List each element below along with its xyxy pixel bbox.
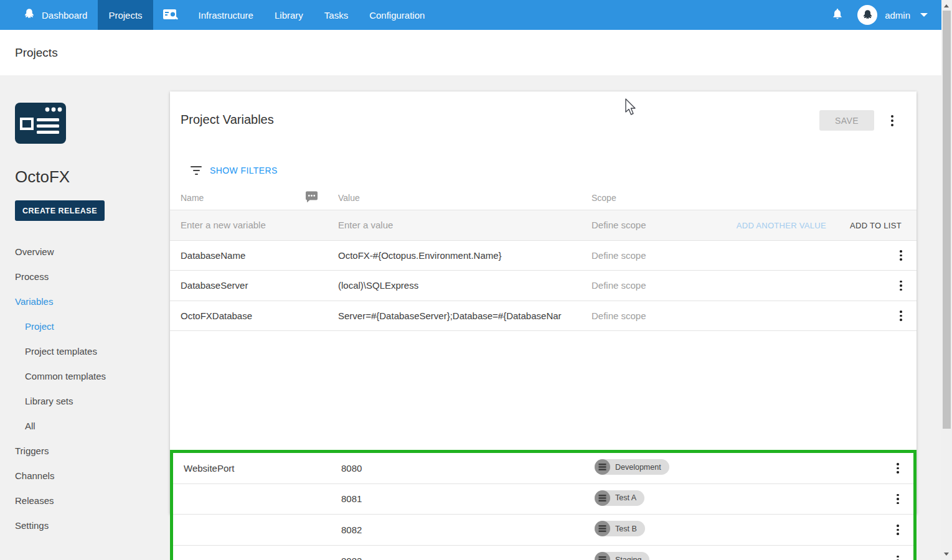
nav-item-projects[interactable]: Projects	[98, 0, 153, 30]
document-search-icon	[163, 7, 179, 24]
environment-chip[interactable]: Staging	[595, 552, 649, 560]
variable-name-cell[interactable]: DatabaseName	[170, 250, 338, 261]
row-overflow-menu-button[interactable]	[894, 247, 908, 263]
variable-scope-cell[interactable]: Test B	[595, 521, 913, 538]
nav-label-configuration: Configuration	[369, 10, 425, 21]
sidebar-item-common-templates[interactable]: Common templates	[15, 364, 170, 389]
variable-scope-cell[interactable]: Define scope	[591, 280, 917, 291]
variable-scope-cell[interactable]: Define scope	[591, 250, 917, 261]
variable-value-cell[interactable]: Server=#{DatabaseServer};Database=#{Data…	[338, 310, 591, 321]
nav-item-dashboard[interactable]: Dashboard	[22, 0, 98, 30]
card-overflow-menu-button[interactable]	[885, 112, 899, 129]
scrollbar-thumb[interactable]	[943, 11, 951, 429]
project-logo-icon	[15, 103, 170, 146]
environment-chip[interactable]: Development	[595, 459, 669, 475]
nav-label-projects: Projects	[108, 10, 142, 21]
octopus-logo-icon	[22, 7, 36, 23]
table-header-row: Name Value Scope	[170, 185, 917, 210]
variable-value-cell[interactable]: 8082	[341, 525, 595, 535]
nav-item-library[interactable]: Library	[264, 0, 314, 30]
save-button[interactable]: SAVE	[819, 110, 874, 131]
variable-row: 8082 Test B	[173, 515, 913, 546]
column-header-name: Name	[170, 193, 338, 203]
filter-icon	[191, 166, 202, 175]
project-sidebar: OctoFX CREATE RELEASE Overview Process V…	[0, 75, 170, 538]
variable-scope-cell[interactable]: Test A	[595, 490, 913, 508]
sidebar-item-overview[interactable]: Overview	[15, 240, 170, 264]
row-overflow-menu-button[interactable]	[891, 553, 905, 560]
new-variable-row: Enter a new variable Enter a value Defin…	[170, 210, 917, 241]
show-filters-toggle[interactable]: SHOW FILTERS	[191, 166, 278, 175]
row-overflow-menu-button[interactable]	[894, 308, 908, 324]
environment-icon	[595, 490, 610, 506]
project-name: OctoFX	[15, 167, 170, 187]
vertical-scrollbar[interactable]	[941, 0, 952, 560]
row-overflow-menu-button[interactable]	[894, 278, 908, 294]
sidebar-item-project[interactable]: Project	[15, 314, 170, 339]
nav-item-tasks[interactable]: Tasks	[314, 0, 359, 30]
add-another-value-button[interactable]: ADD ANOTHER VALUE	[737, 220, 826, 230]
sidebar-nav: Overview Process Variables Project Proje…	[15, 240, 170, 538]
nav-item-configuration[interactable]: Configuration	[359, 0, 435, 30]
sidebar-item-all[interactable]: All	[15, 414, 170, 439]
show-filters-label: SHOW FILTERS	[210, 166, 278, 175]
variable-scope-cell[interactable]: Development	[595, 459, 913, 477]
variable-name-cell[interactable]: OctoFXDatabase	[170, 310, 338, 321]
notifications-bell-icon[interactable]	[831, 7, 844, 23]
scrollbar-up-arrow-icon[interactable]	[944, 4, 949, 7]
user-avatar	[857, 5, 877, 25]
variable-name-cell[interactable]: DatabaseServer	[170, 280, 338, 291]
variable-value-cell[interactable]: OctoFX-#{Octopus.Environment.Name}	[338, 250, 591, 261]
nav-label-dashboard: Dashboard	[42, 10, 87, 21]
user-menu[interactable]: admin	[857, 5, 928, 25]
sidebar-item-library-sets[interactable]: Library sets	[15, 389, 170, 414]
variable-scope-cell[interactable]: Define scope	[591, 310, 917, 321]
environment-chip-label: Test B	[615, 525, 637, 533]
new-variable-name-input[interactable]: Enter a new variable	[170, 220, 338, 230]
environment-chip[interactable]: Test A	[595, 490, 644, 506]
variable-row: OctoFXDatabase Server=#{DatabaseServer};…	[170, 301, 917, 332]
nav-label-tasks: Tasks	[324, 10, 348, 21]
new-variable-value-input[interactable]: Enter a value	[338, 220, 591, 230]
variable-value-cell[interactable]: 8080	[341, 463, 595, 474]
row-overflow-menu-button[interactable]	[891, 521, 905, 538]
nav-label-infrastructure: Infrastructure	[199, 10, 253, 21]
nav-label-library: Library	[275, 10, 303, 21]
variable-row: DatabaseName OctoFX-#{Octopus.Environmen…	[170, 241, 917, 271]
variable-row: 8083 Staging	[173, 546, 913, 560]
variable-value-cell[interactable]: (local)\SQLExpress	[338, 280, 591, 291]
sidebar-item-releases[interactable]: Releases	[15, 488, 170, 513]
search-button[interactable]	[153, 0, 188, 30]
page-title: Projects	[15, 46, 58, 60]
project-variables-card: Project Variables SAVE SHOW FILTERS Name…	[170, 91, 917, 514]
environment-icon	[595, 521, 610, 536]
variable-name-cell[interactable]: WebsitePort	[173, 463, 341, 474]
environment-chip-label: Development	[615, 463, 661, 472]
sidebar-item-process[interactable]: Process	[15, 264, 170, 289]
comment-bubble-icon[interactable]	[305, 190, 318, 205]
sidebar-item-triggers[interactable]: Triggers	[15, 439, 170, 464]
environment-chip[interactable]: Test B	[595, 521, 645, 536]
environment-chip-label: Test A	[615, 493, 636, 502]
variable-scope-cell[interactable]: Staging	[595, 552, 913, 560]
page-header: Projects	[0, 30, 941, 75]
sidebar-item-channels[interactable]: Channels	[15, 464, 170, 488]
variable-value-cell[interactable]: 8081	[341, 493, 595, 504]
plain-rows-group: DatabaseName OctoFX-#{Octopus.Environmen…	[170, 241, 917, 332]
card-title: Project Variables	[181, 113, 274, 127]
nav-item-infrastructure[interactable]: Infrastructure	[188, 0, 264, 30]
add-to-list-button[interactable]: ADD TO LIST	[850, 220, 902, 230]
variable-value-cell[interactable]: 8083	[341, 556, 595, 560]
sidebar-item-project-templates[interactable]: Project templates	[15, 339, 170, 364]
row-overflow-menu-button[interactable]	[891, 460, 905, 476]
sidebar-item-variables[interactable]: Variables	[15, 289, 170, 314]
create-release-button[interactable]: CREATE RELEASE	[15, 200, 105, 221]
scrollbar-down-arrow-icon[interactable]	[944, 553, 949, 556]
column-header-value: Value	[338, 193, 591, 203]
row-overflow-menu-button[interactable]	[891, 491, 905, 507]
user-name: admin	[885, 10, 910, 21]
environment-icon	[595, 552, 610, 560]
sidebar-item-settings[interactable]: Settings	[15, 513, 170, 538]
nav-right-section: admin	[831, 0, 941, 30]
chevron-down-icon	[920, 13, 928, 17]
